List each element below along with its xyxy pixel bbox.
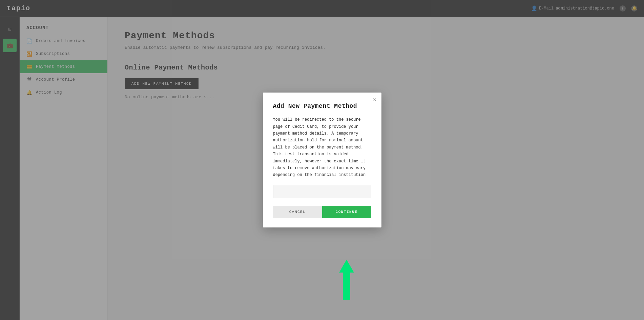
modal-close-button[interactable]: × [373, 97, 377, 103]
modal-body-text: You will be redirected to the secure pag… [273, 116, 371, 179]
modal-overlay[interactable]: × Add New Payment Method You will be red… [0, 0, 644, 320]
continue-button[interactable]: CONTINUE [322, 206, 371, 218]
modal-input[interactable] [273, 185, 371, 198]
modal-title: Add New Payment Method [273, 103, 371, 109]
arrow-up-head [339, 260, 354, 273]
arrow-shaft [343, 273, 350, 300]
modal: × Add New Payment Method You will be red… [263, 93, 381, 227]
arrow-annotation [339, 260, 354, 300]
cancel-button[interactable]: CANCEL [273, 206, 322, 218]
modal-actions: CANCEL CONTINUE [273, 206, 371, 218]
